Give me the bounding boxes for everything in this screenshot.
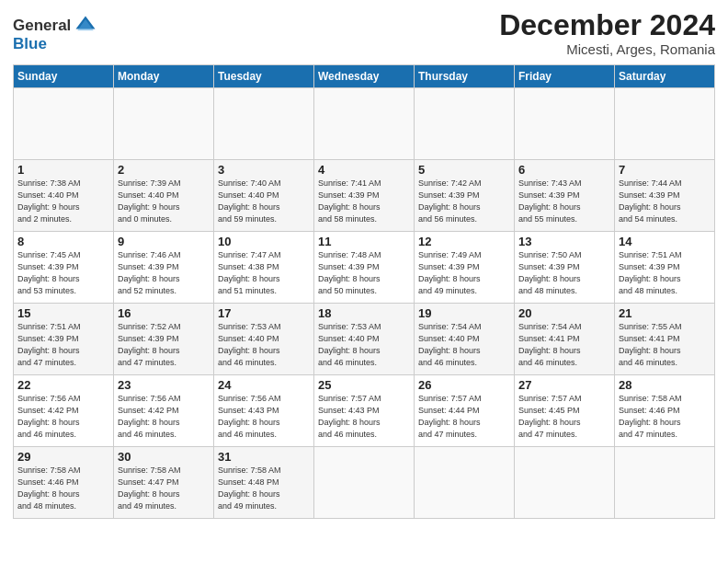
day-number: 19 (418, 306, 510, 320)
day-info: Sunrise: 7:58 AM Sunset: 4:48 PM Dayligh… (218, 465, 310, 512)
calendar-table: Sunday Monday Tuesday Wednesday Thursday… (13, 64, 715, 519)
day-info: Sunrise: 7:56 AM Sunset: 4:42 PM Dayligh… (118, 393, 210, 441)
col-saturday: Saturday (615, 65, 715, 88)
day-number: 3 (218, 163, 310, 177)
table-cell (615, 447, 715, 519)
day-info: Sunrise: 7:45 AM Sunset: 4:39 PM Dayligh… (17, 249, 109, 297)
table-cell: 18Sunrise: 7:53 AM Sunset: 4:40 PM Dayli… (314, 304, 415, 375)
logo: General Blue (13, 13, 98, 53)
day-info: Sunrise: 7:43 AM Sunset: 4:39 PM Dayligh… (518, 178, 610, 225)
calendar-header-row: Sunday Monday Tuesday Wednesday Thursday… (14, 65, 715, 88)
table-cell (515, 88, 615, 160)
page-title: December 2024 (499, 9, 715, 41)
table-cell: 9Sunrise: 7:46 AM Sunset: 4:39 PM Daylig… (114, 232, 214, 304)
day-info: Sunrise: 7:56 AM Sunset: 4:42 PM Dayligh… (17, 393, 109, 441)
table-cell: 12Sunrise: 7:49 AM Sunset: 4:39 PM Dayli… (415, 232, 515, 304)
day-number: 7 (619, 163, 711, 177)
table-cell: 13Sunrise: 7:50 AM Sunset: 4:39 PM Dayli… (515, 232, 615, 304)
col-friday: Friday (515, 65, 615, 88)
day-info: Sunrise: 7:40 AM Sunset: 4:40 PM Dayligh… (218, 178, 310, 225)
day-info: Sunrise: 7:46 AM Sunset: 4:39 PM Dayligh… (118, 249, 210, 297)
table-cell: 16Sunrise: 7:52 AM Sunset: 4:39 PM Dayli… (114, 304, 214, 375)
table-cell (114, 88, 214, 160)
table-cell (415, 447, 515, 519)
day-number: 13 (518, 235, 610, 248)
day-info: Sunrise: 7:44 AM Sunset: 4:39 PM Dayligh… (619, 178, 711, 225)
day-number: 31 (218, 450, 310, 464)
day-number: 16 (118, 306, 210, 320)
day-number: 6 (518, 163, 610, 177)
table-cell: 5Sunrise: 7:42 AM Sunset: 4:39 PM Daylig… (415, 160, 515, 232)
table-cell: 10Sunrise: 7:47 AM Sunset: 4:38 PM Dayli… (214, 232, 314, 304)
col-thursday: Thursday (415, 65, 515, 88)
day-number: 9 (118, 235, 210, 248)
calendar-week-row: 22Sunrise: 7:56 AM Sunset: 4:42 PM Dayli… (14, 375, 715, 447)
table-cell: 21Sunrise: 7:55 AM Sunset: 4:41 PM Dayli… (615, 304, 715, 375)
day-number: 1 (17, 163, 109, 177)
table-cell: 1Sunrise: 7:38 AM Sunset: 4:40 PM Daylig… (14, 160, 114, 232)
day-number: 27 (518, 378, 610, 392)
col-wednesday: Wednesday (314, 65, 415, 88)
main-container: General Blue December 2024 Micesti, Arge… (0, 0, 728, 528)
table-cell: 29Sunrise: 7:58 AM Sunset: 4:46 PM Dayli… (14, 447, 114, 519)
day-info: Sunrise: 7:56 AM Sunset: 4:43 PM Dayligh… (218, 393, 310, 441)
day-number: 17 (218, 306, 310, 320)
logo-icon (73, 13, 98, 39)
day-info: Sunrise: 7:54 AM Sunset: 4:41 PM Dayligh… (518, 321, 610, 369)
day-number: 15 (17, 306, 109, 320)
calendar-week-row (14, 88, 715, 160)
day-info: Sunrise: 7:38 AM Sunset: 4:40 PM Dayligh… (17, 178, 109, 225)
col-sunday: Sunday (14, 65, 114, 88)
day-info: Sunrise: 7:41 AM Sunset: 4:39 PM Dayligh… (318, 178, 410, 225)
table-cell: 27Sunrise: 7:57 AM Sunset: 4:45 PM Dayli… (515, 375, 615, 447)
day-number: 5 (418, 163, 510, 177)
day-info: Sunrise: 7:57 AM Sunset: 4:45 PM Dayligh… (518, 393, 610, 441)
table-cell (314, 88, 415, 160)
day-info: Sunrise: 7:58 AM Sunset: 4:47 PM Dayligh… (118, 465, 210, 512)
col-monday: Monday (114, 65, 214, 88)
title-block: December 2024 Micesti, Arges, Romania (499, 9, 715, 57)
day-number: 20 (518, 306, 610, 320)
day-number: 8 (17, 235, 109, 248)
day-info: Sunrise: 7:55 AM Sunset: 4:41 PM Dayligh… (619, 321, 711, 369)
table-cell: 25Sunrise: 7:57 AM Sunset: 4:43 PM Dayli… (314, 375, 415, 447)
calendar-week-row: 29Sunrise: 7:58 AM Sunset: 4:46 PM Dayli… (14, 447, 715, 519)
table-cell (214, 88, 314, 160)
day-number: 21 (619, 306, 711, 320)
day-info: Sunrise: 7:42 AM Sunset: 4:39 PM Dayligh… (418, 178, 510, 225)
table-cell: 19Sunrise: 7:54 AM Sunset: 4:40 PM Dayli… (415, 304, 515, 375)
header: General Blue December 2024 Micesti, Arge… (13, 9, 715, 57)
day-info: Sunrise: 7:58 AM Sunset: 4:46 PM Dayligh… (17, 465, 109, 512)
day-info: Sunrise: 7:53 AM Sunset: 4:40 PM Dayligh… (218, 321, 310, 369)
day-info: Sunrise: 7:47 AM Sunset: 4:38 PM Dayligh… (218, 249, 310, 297)
day-number: 25 (318, 378, 410, 392)
table-cell (415, 88, 515, 160)
table-cell: 14Sunrise: 7:51 AM Sunset: 4:39 PM Dayli… (615, 232, 715, 304)
day-number: 29 (17, 450, 109, 464)
day-number: 22 (17, 378, 109, 392)
day-info: Sunrise: 7:48 AM Sunset: 4:39 PM Dayligh… (318, 249, 410, 297)
day-info: Sunrise: 7:51 AM Sunset: 4:39 PM Dayligh… (17, 321, 109, 369)
table-cell: 2Sunrise: 7:39 AM Sunset: 4:40 PM Daylig… (114, 160, 214, 232)
calendar-week-row: 8Sunrise: 7:45 AM Sunset: 4:39 PM Daylig… (14, 232, 715, 304)
day-info: Sunrise: 7:50 AM Sunset: 4:39 PM Dayligh… (518, 249, 610, 297)
table-cell (615, 88, 715, 160)
table-cell: 3Sunrise: 7:40 AM Sunset: 4:40 PM Daylig… (214, 160, 314, 232)
table-cell: 6Sunrise: 7:43 AM Sunset: 4:39 PM Daylig… (515, 160, 615, 232)
day-number: 14 (619, 235, 711, 248)
table-cell: 4Sunrise: 7:41 AM Sunset: 4:39 PM Daylig… (314, 160, 415, 232)
table-cell: 11Sunrise: 7:48 AM Sunset: 4:39 PM Dayli… (314, 232, 415, 304)
table-cell: 30Sunrise: 7:58 AM Sunset: 4:47 PM Dayli… (114, 447, 214, 519)
day-number: 11 (318, 235, 410, 248)
table-cell: 8Sunrise: 7:45 AM Sunset: 4:39 PM Daylig… (14, 232, 114, 304)
table-cell: 23Sunrise: 7:56 AM Sunset: 4:42 PM Dayli… (114, 375, 214, 447)
day-number: 30 (118, 450, 210, 464)
day-number: 18 (318, 306, 410, 320)
table-cell (314, 447, 415, 519)
table-cell: 26Sunrise: 7:57 AM Sunset: 4:44 PM Dayli… (415, 375, 515, 447)
day-number: 4 (318, 163, 410, 177)
table-cell: 22Sunrise: 7:56 AM Sunset: 4:42 PM Dayli… (14, 375, 114, 447)
table-cell: 28Sunrise: 7:58 AM Sunset: 4:46 PM Dayli… (615, 375, 715, 447)
day-number: 12 (418, 235, 510, 248)
table-cell: 24Sunrise: 7:56 AM Sunset: 4:43 PM Dayli… (214, 375, 314, 447)
